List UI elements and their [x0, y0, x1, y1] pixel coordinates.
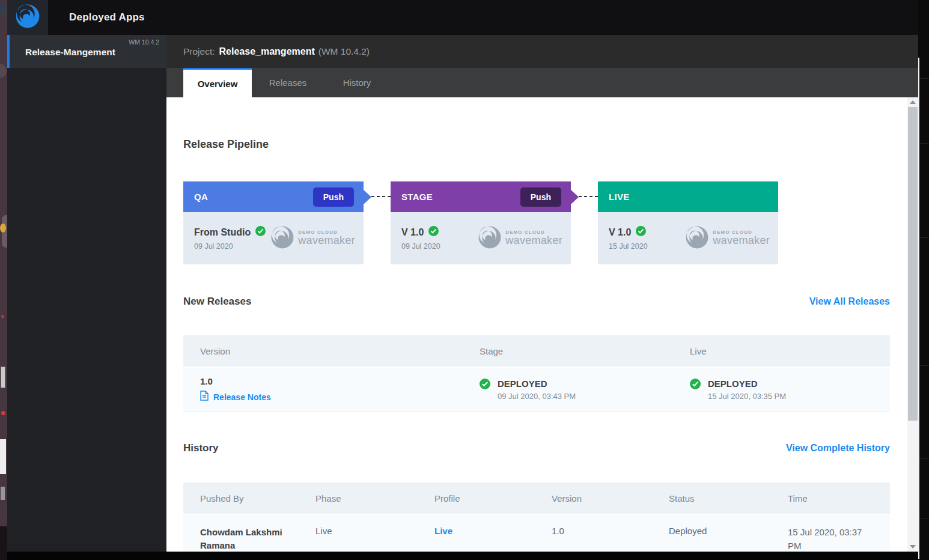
- pipeline-card-qa: QA Push From Studio 09 Jul 2020: [183, 181, 364, 264]
- live-version-label: V 1.0: [609, 227, 631, 238]
- dock-notification-dot: [1, 411, 5, 415]
- column-header-status: Status: [669, 493, 788, 504]
- wavemaker-logo-icon: [15, 4, 40, 31]
- stage-deployed-time: 09 Jul 2020, 03:43 PM: [498, 392, 576, 401]
- dock-icon-fragment: [0, 439, 6, 474]
- release-notes-link[interactable]: Release Notes: [213, 392, 271, 402]
- scroll-down-arrow[interactable]: [907, 542, 918, 552]
- stage-card-body: V 1.0 09 Jul 2020: [391, 212, 571, 264]
- stage-card-header: STAGE Push: [391, 181, 571, 212]
- project-label: Project:: [183, 46, 215, 57]
- page-title: Deployed Apps: [69, 0, 145, 35]
- new-releases-table-row: 1.0 Release Notes: [183, 367, 890, 412]
- stage-deployed-status: DEPLOYED: [498, 379, 576, 389]
- pipeline-card-stage: STAGE Push V 1.0 09 Jul 2020: [391, 181, 571, 264]
- column-header-pushed-by: Pushed By: [200, 493, 315, 504]
- column-header-version: Version: [200, 346, 480, 356]
- deployed-apps-window: Deployed Apps Release-Mangement WM 10.4.…: [7, 0, 918, 560]
- history-profile-link[interactable]: Live: [434, 526, 452, 536]
- column-header-version: Version: [552, 493, 669, 504]
- document-icon: [200, 391, 209, 403]
- tab-bar: Overview Releases History: [166, 68, 918, 97]
- history-phase: Live: [315, 526, 434, 536]
- project-version: (WM 10.4.2): [318, 46, 370, 57]
- scrollbar-thumb[interactable]: [908, 107, 918, 421]
- qa-version-label: From Studio: [194, 227, 251, 238]
- check-circle-icon: [428, 226, 439, 239]
- history-version: 1.0: [552, 526, 669, 536]
- qa-card-header: QA Push: [183, 181, 364, 212]
- project-name: Release_mangement: [219, 46, 315, 57]
- demo-cloud-brand: DEMO CLOUD wavemaker: [478, 225, 562, 252]
- history-time: 15 Jul 2020, 03:37 PM: [788, 526, 878, 553]
- live-card-header: LIVE: [598, 181, 778, 212]
- check-circle-icon: [690, 379, 701, 392]
- release-pipeline: QA Push From Studio 09 Jul 2020: [183, 181, 890, 264]
- column-header-profile: Profile: [434, 493, 552, 504]
- live-deployed-time: 15 Jul 2020, 03:35 PM: [708, 392, 786, 401]
- tab-overview[interactable]: Overview: [183, 68, 252, 97]
- os-dock-edge: [0, 0, 7, 560]
- check-circle-icon: [255, 226, 266, 239]
- wavemaker-logo-button[interactable]: [7, 0, 48, 35]
- demo-cloud-brand: DEMO CLOUD wavemaker: [270, 225, 355, 252]
- history-header-row: History View Complete History: [183, 442, 890, 454]
- window-seam-line: [918, 58, 919, 559]
- live-deploy-date: 15 Jul 2020: [609, 242, 648, 251]
- live-deployed-status: DEPLOYED: [708, 379, 786, 389]
- qa-push-button[interactable]: Push: [313, 187, 354, 207]
- tab-releases[interactable]: Releases: [252, 68, 324, 97]
- brand-wavemaker-text: wavemaker: [505, 235, 562, 246]
- history-table-header: Pushed By Phase Profile Version Status T…: [183, 482, 890, 514]
- apps-sidebar: Release-Mangement WM 10.4.2: [7, 35, 166, 552]
- dock-icon-fragment: [1, 487, 5, 500]
- demo-cloud-brand: DEMO CLOUD wavemaker: [685, 225, 770, 252]
- tab-history[interactable]: History: [324, 68, 390, 97]
- background-window-edge: [918, 0, 929, 560]
- stage-push-button[interactable]: Push: [520, 187, 561, 207]
- view-all-releases-link[interactable]: View All Releases: [809, 296, 890, 307]
- main-panel: Project: Release_mangement (WM 10.4.2) O…: [166, 35, 918, 560]
- top-bar: Deployed Apps: [7, 0, 918, 35]
- history-title: History: [183, 442, 219, 454]
- project-header: Project: Release_mangement (WM 10.4.2): [166, 35, 918, 68]
- check-circle-icon: [480, 379, 490, 392]
- release-version: 1.0: [200, 376, 480, 386]
- dock-icon-fragment: [1, 367, 5, 388]
- column-header-stage: Stage: [480, 346, 690, 356]
- wavemaker-wave-icon: [270, 225, 294, 252]
- qa-card-body: From Studio 09 Jul 2020: [183, 212, 364, 264]
- sidebar-item-label: Release-Mangement: [25, 47, 115, 58]
- dock-icon-fragment: [0, 224, 6, 233]
- stage-stage-label: STAGE: [401, 192, 520, 202]
- dock-icon-fragment: [0, 64, 7, 78]
- history-pushed-by: Chowdam Lakshmi Ramana: [200, 526, 290, 552]
- live-stage-label: LIVE: [609, 192, 769, 202]
- vertical-scrollbar[interactable]: [907, 97, 918, 552]
- brand-wavemaker-text: wavemaker: [298, 235, 355, 246]
- column-header-phase: Phase: [315, 493, 434, 504]
- check-circle-icon: [636, 226, 646, 239]
- new-releases-title: New Releases: [183, 296, 251, 308]
- window-bottom-edge: [7, 552, 918, 560]
- view-complete-history-link[interactable]: View Complete History: [786, 443, 890, 454]
- dock-bottom-shade: [0, 526, 7, 560]
- qa-deploy-date: 09 Jul 2020: [194, 242, 266, 251]
- dock-notification-dot: [1, 315, 4, 318]
- sidebar-item-release-management[interactable]: Release-Mangement WM 10.4.2: [7, 35, 166, 68]
- wavemaker-wave-icon: [685, 225, 709, 252]
- dock-icon-fragment: [0, 4, 6, 14]
- new-releases-table-header: Version Stage Live: [183, 335, 890, 367]
- live-card-body: V 1.0 15 Jul 2020: [598, 212, 778, 264]
- pipeline-card-live: LIVE V 1.0 15 Jul 2020: [598, 181, 778, 264]
- wavemaker-wave-icon: [478, 225, 502, 252]
- history-table: Pushed By Phase Profile Version Status T…: [183, 482, 890, 560]
- sidebar-item-version: WM 10.4.2: [129, 38, 159, 46]
- scroll-up-arrow[interactable]: [907, 97, 918, 107]
- qa-stage-label: QA: [194, 192, 313, 202]
- stage-version-label: V 1.0: [401, 227, 424, 238]
- new-releases-table: Version Stage Live 1.0 Releas: [183, 335, 890, 412]
- brand-wavemaker-text: wavemaker: [713, 235, 770, 246]
- pipeline-connector: [579, 196, 598, 197]
- new-releases-header-row: New Releases View All Releases: [183, 296, 890, 308]
